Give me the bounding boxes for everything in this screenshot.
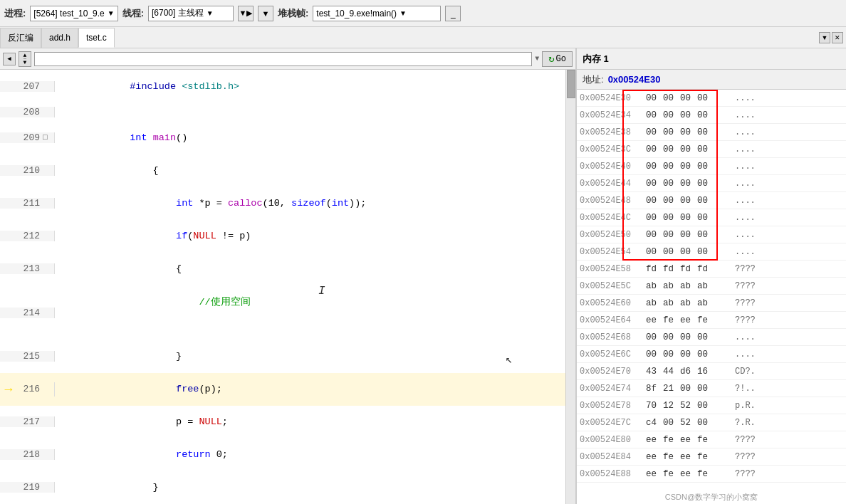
- memory-row-3[interactable]: 0x00524E3C 00 00 00 00 ....: [577, 141, 846, 158]
- mem-addr-5: 0x00524E44: [580, 179, 644, 189]
- gutter-213: 213: [0, 263, 55, 274]
- codeline-208-text[interactable]: [55, 105, 565, 119]
- mem-bytes-13: ee fe ee fe: [644, 315, 729, 325]
- codeline-216-text[interactable]: free(p);: [55, 372, 565, 406]
- tab-pin-btn[interactable]: ▼: [819, 32, 830, 43]
- memory-addr-value[interactable]: 0x00524E30: [608, 74, 661, 85]
- mem-bytes-20: ee fe ee fe: [644, 435, 729, 445]
- thread-label: 线程:: [122, 7, 144, 20]
- codeline-212-text[interactable]: if(NULL != p): [55, 219, 565, 253]
- memory-row-5[interactable]: 0x00524E44 00 00 00 00 ....: [577, 175, 846, 192]
- memory-row-18[interactable]: 0x00524E78 70 12 52 00 p.R.: [577, 397, 846, 414]
- process-dropdown[interactable]: [5264] test_10_9.e ▼: [30, 6, 118, 21]
- codeline-219-text[interactable]: }: [55, 470, 565, 504]
- code-line-207: 207 #include <stdlib.h>: [0, 70, 565, 103]
- gutter-216: → 216: [0, 382, 55, 397]
- stack-value: test_10_9.exe!main(): [316, 9, 397, 19]
- mem-bytes-10: fd fd fd fd: [644, 264, 729, 274]
- memory-row-4[interactable]: 0x00524E40 00 00 00 00 ....: [577, 158, 846, 175]
- memory-title: 内存 1: [583, 53, 609, 65]
- minimize-btn[interactable]: _: [445, 6, 461, 21]
- memory-row-16[interactable]: 0x00524E70 43 44 d6 16 CD?.: [577, 363, 846, 380]
- memory-row-8[interactable]: 0x00524E50 00 00 00 00 ....: [577, 226, 846, 243]
- codeline-217-text[interactable]: p = NULL;: [55, 404, 565, 439]
- mem-ascii-17: ?!..: [735, 384, 756, 394]
- filter2-btn[interactable]: ▼: [258, 6, 273, 21]
- gutter-210: 210: [0, 165, 55, 176]
- mem-bytes-11: ab ab ab ab: [644, 281, 729, 291]
- codeline-215-text[interactable]: }: [55, 339, 565, 374]
- codeline-214-text[interactable]: //使用空间 I: [55, 283, 565, 342]
- mem-addr-20: 0x00524E80: [580, 435, 644, 445]
- mem-addr-3: 0x00524E3C: [580, 145, 644, 154]
- memory-content: 0x00524E30 00 00 00 00 .... 0x00524E34 0…: [577, 90, 846, 504]
- mem-addr-2: 0x00524E38: [580, 127, 644, 137]
- memory-row-2[interactable]: 0x00524E38 00 00 00 00 ....: [577, 124, 846, 141]
- gutter-218: 218: [0, 449, 55, 460]
- memory-row-1[interactable]: 0x00524E34 00 00 00 00 ....: [577, 107, 846, 124]
- memory-row-10[interactable]: 0x00524E58 fd fd fd fd ????: [577, 261, 846, 278]
- codeline-211-text[interactable]: int *p = calloc(10, sizeof(int));: [55, 186, 565, 221]
- code-up-down-btn[interactable]: ▲ ▼: [19, 51, 31, 67]
- gutter-209: 209 □: [0, 132, 55, 143]
- tab-close-btn[interactable]: ✕: [832, 32, 843, 43]
- mem-bytes-22: ee fe ee fe: [644, 469, 729, 479]
- mem-addr-7: 0x00524E4C: [580, 213, 644, 223]
- codeline-210-text[interactable]: {: [55, 153, 565, 188]
- memory-row-6[interactable]: 0x00524E48 00 00 00 00 ....: [577, 192, 846, 209]
- memory-row-0[interactable]: 0x00524E30 00 00 00 00 ....: [577, 90, 846, 107]
- memory-row-9[interactable]: 0x00524E54 00 00 00 00 ....: [577, 243, 846, 261]
- code-address-input[interactable]: [34, 52, 532, 66]
- codeline-213-text[interactable]: {: [55, 251, 565, 286]
- tab-tset-c[interactable]: tset.c: [78, 28, 115, 48]
- gutter-219: 219: [0, 482, 55, 493]
- mem-ascii-8: ....: [735, 230, 756, 240]
- memory-row-20[interactable]: 0x00524E80 ee fe ee fe ????: [577, 431, 846, 448]
- memory-row-7[interactable]: 0x00524E4C 00 00 00 00 ....: [577, 209, 846, 226]
- thread-dropdown[interactable]: [6700] 主线程 ▼: [148, 6, 234, 21]
- go-label: Go: [556, 54, 566, 64]
- memory-row-12[interactable]: 0x00524E60 ab ab ab ab ????: [577, 295, 846, 312]
- memory-row-17[interactable]: 0x00524E74 8f 21 00 00 ?!..: [577, 380, 846, 397]
- memory-row-21[interactable]: 0x00524E84 ee fe ee fe ????: [577, 448, 846, 466]
- memory-row-22[interactable]: 0x00524E88 ee fe ee fe ????: [577, 466, 846, 483]
- addr-dropdown-arrow[interactable]: ▼: [535, 55, 539, 63]
- filter-btn[interactable]: ▼▶: [238, 6, 254, 21]
- memory-row-19[interactable]: 0x00524E7C c4 00 52 00 ?.R.: [577, 414, 846, 431]
- mem-addr-15: 0x00524E6C: [580, 350, 644, 359]
- memory-row-11[interactable]: 0x00524E5C ab ab ab ab ????: [577, 278, 846, 295]
- arrow-216: →: [0, 382, 17, 397]
- stack-dropdown[interactable]: test_10_9.exe!main() ▼: [313, 6, 441, 21]
- mem-bytes-6: 00 00 00 00: [644, 196, 729, 206]
- kw-sizeof: sizeof: [291, 198, 326, 209]
- scrollbar-thumb[interactable]: [567, 70, 575, 98]
- mem-bytes-4: 00 00 00 00: [644, 162, 729, 172]
- go-button[interactable]: ↻ Go: [542, 51, 573, 67]
- tab-add-h[interactable]: add.h: [41, 28, 78, 48]
- current-line-arrow: →: [5, 382, 13, 397]
- memory-row-15[interactable]: 0x00524E6C 00 00 00 00 ....: [577, 346, 846, 363]
- mem-addr-10: 0x00524E58: [580, 264, 644, 274]
- linenum-211: 211: [17, 198, 43, 209]
- memory-row-14[interactable]: 0x00524E68 00 00 00 00 ....: [577, 329, 846, 346]
- stack-dropdown-arrow: ▼: [400, 9, 407, 17]
- linenum-215: 215: [17, 351, 43, 362]
- code-scrollbar[interactable]: [565, 70, 575, 504]
- kw-null: NULL: [193, 231, 216, 241]
- codeline-218-text[interactable]: return 0;: [55, 437, 565, 472]
- kw-include: #include: [130, 81, 176, 92]
- mem-ascii-6: ....: [735, 196, 756, 206]
- kw-int-211: int: [176, 198, 193, 209]
- fold-209[interactable]: □: [43, 133, 51, 142]
- tab-disasm[interactable]: 反汇编: [0, 28, 41, 48]
- codeline-207-text[interactable]: #include <stdlib.h>: [55, 70, 565, 104]
- mem-bytes-12: ab ab ab ab: [644, 298, 729, 308]
- gutter-211: 211: [0, 198, 55, 209]
- mem-bytes-21: ee fe ee fe: [644, 452, 729, 462]
- codeline-209-text[interactable]: int main(): [55, 120, 565, 155]
- mem-addr-4: 0x00524E40: [580, 162, 644, 172]
- memory-row-13[interactable]: 0x00524E64 ee fe ee fe ????: [577, 312, 846, 329]
- mem-addr-6: 0x00524E48: [580, 196, 644, 206]
- mem-ascii-21: ????: [735, 452, 756, 462]
- code-back-btn[interactable]: ◀: [3, 53, 16, 65]
